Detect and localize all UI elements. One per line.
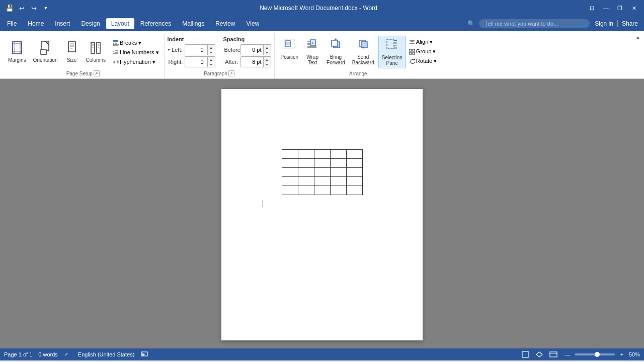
table-cell[interactable] xyxy=(314,150,330,159)
share-button[interactable]: Share xyxy=(622,20,638,27)
save-button[interactable]: 💾 xyxy=(4,3,15,14)
table-cell[interactable] xyxy=(314,168,330,177)
table-cell[interactable] xyxy=(298,186,314,195)
menu-file[interactable]: File xyxy=(2,18,22,29)
text-cursor-area[interactable] xyxy=(262,200,403,209)
proofing-icon[interactable]: ✓ xyxy=(64,350,72,359)
svg-rect-66 xyxy=(413,52,415,54)
spacing-before-input-group: ▲ ▼ xyxy=(240,44,271,55)
spacing-before-up[interactable]: ▲ xyxy=(264,45,271,50)
table-cell[interactable] xyxy=(282,168,298,177)
svg-text:A: A xyxy=(311,41,314,45)
menu-layout[interactable]: Layout xyxy=(106,18,134,29)
spacing-after-input[interactable] xyxy=(241,58,263,65)
indent-left-down[interactable]: ▼ xyxy=(208,50,215,55)
document-content[interactable] xyxy=(221,89,423,229)
position-button[interactable]: Position xyxy=(278,36,302,62)
table-cell[interactable] xyxy=(314,177,330,186)
zoom-slider[interactable] xyxy=(575,353,615,355)
collapse-ribbon-button[interactable]: ▲ xyxy=(634,33,642,41)
table-cell[interactable] xyxy=(314,186,330,195)
table-cell[interactable] xyxy=(346,177,362,186)
minimize-button[interactable]: — xyxy=(600,2,612,14)
menu-view[interactable]: View xyxy=(242,18,265,29)
table-cell[interactable] xyxy=(298,177,314,186)
maximize-button[interactable]: ❐ xyxy=(614,2,626,14)
undo-button[interactable]: ↩ xyxy=(16,3,27,14)
close-button[interactable]: ✕ xyxy=(628,2,640,14)
zoom-out-button[interactable]: — xyxy=(562,350,573,358)
table-cell[interactable] xyxy=(314,159,330,168)
menu-references[interactable]: References xyxy=(135,18,176,29)
size-button[interactable]: Size xyxy=(62,39,82,65)
web-layout-button[interactable] xyxy=(548,350,558,358)
table-cell[interactable] xyxy=(282,186,298,195)
table-cell[interactable] xyxy=(330,159,346,168)
menu-bar: File Home Insert Design Layout Reference… xyxy=(0,16,644,31)
table-cell[interactable] xyxy=(330,186,346,195)
read-mode-button[interactable] xyxy=(534,350,544,358)
table-cell[interactable] xyxy=(298,168,314,177)
indent-right-input[interactable] xyxy=(185,58,207,65)
page-setup-expand[interactable]: ↗ xyxy=(94,70,100,76)
redo-button[interactable]: ↪ xyxy=(28,3,39,14)
bring-forward-button[interactable]: BringForward xyxy=(324,36,348,67)
search-input[interactable] xyxy=(479,19,590,28)
svg-rect-67 xyxy=(409,49,415,55)
title-bar-left: 💾 ↩ ↪ ▼ xyxy=(4,3,51,14)
columns-button[interactable]: Columns xyxy=(83,39,109,65)
customize-quick-access-button[interactable]: ▼ xyxy=(40,3,51,14)
ribbon-display-button[interactable]: ⊡ xyxy=(586,2,598,14)
spacing-before-input[interactable] xyxy=(241,46,263,53)
rotate-button[interactable]: Rotate ▾ xyxy=(407,57,439,65)
indent-right-down[interactable]: ▼ xyxy=(208,62,215,67)
margins-button[interactable]: Margins xyxy=(5,39,29,65)
breaks-button[interactable]: Breaks ▾ xyxy=(111,39,161,47)
spacing-after-down[interactable]: ▼ xyxy=(264,62,271,67)
menu-design[interactable]: Design xyxy=(76,18,105,29)
table-cell[interactable] xyxy=(330,150,346,159)
menu-insert[interactable]: Insert xyxy=(50,18,75,29)
zoom-in-button[interactable]: + xyxy=(617,350,627,358)
table-cell[interactable] xyxy=(346,159,362,168)
zoom-control: — + 50% xyxy=(562,350,640,358)
zoom-percent[interactable]: 50% xyxy=(629,351,640,357)
arrange-content: Position A xyxy=(278,34,439,70)
menu-home[interactable]: Home xyxy=(23,18,49,29)
sign-in-button[interactable]: Sign in xyxy=(595,20,613,27)
macro-icon[interactable]: ▶ xyxy=(140,350,148,359)
table-cell[interactable] xyxy=(282,177,298,186)
spacing-after-up[interactable]: ▲ xyxy=(264,57,271,62)
table-cell[interactable] xyxy=(282,150,298,159)
table-cell[interactable] xyxy=(346,186,362,195)
zoom-slider-thumb[interactable] xyxy=(595,352,600,357)
hyphenation-button[interactable]: a-b Hyphenation ▾ xyxy=(111,58,161,66)
document-table[interactable] xyxy=(282,149,363,195)
paragraph-expand[interactable]: ↗ xyxy=(228,70,234,76)
send-backward-button[interactable]: SendBackward xyxy=(349,36,377,67)
table-cell[interactable] xyxy=(330,177,346,186)
menu-review[interactable]: Review xyxy=(210,18,240,29)
indent-right-up[interactable]: ▲ xyxy=(208,57,215,62)
table-cell[interactable] xyxy=(298,150,314,159)
table-cell[interactable] xyxy=(346,168,362,177)
orientation-button[interactable]: Orientation xyxy=(30,39,61,65)
indent-left-up[interactable]: ▲ xyxy=(208,45,215,50)
selection-pane-button[interactable]: SelectionPane xyxy=(378,36,406,68)
language[interactable]: English (United States) xyxy=(78,351,135,357)
align-button[interactable]: Align ▾ xyxy=(407,38,439,46)
menu-mailings[interactable]: Mailings xyxy=(177,18,209,29)
indent-left-input[interactable] xyxy=(185,46,207,53)
table-cell[interactable] xyxy=(282,159,298,168)
svg-text:▶: ▶ xyxy=(142,352,145,356)
table-cell[interactable] xyxy=(330,168,346,177)
line-numbers-button[interactable]: 1 Line Numbers ▾ xyxy=(111,48,161,57)
spacing-before-down[interactable]: ▼ xyxy=(264,50,271,55)
hyphenation-label: Hyphenation ▾ xyxy=(120,59,155,65)
wrap-text-button[interactable]: A WrapText xyxy=(302,36,323,67)
group-button[interactable]: Group ▾ xyxy=(407,47,439,56)
table-cell[interactable] xyxy=(298,159,314,168)
print-layout-button[interactable] xyxy=(520,350,530,358)
table-cell[interactable] xyxy=(346,150,362,159)
wrap-text-icon: A xyxy=(306,38,318,53)
